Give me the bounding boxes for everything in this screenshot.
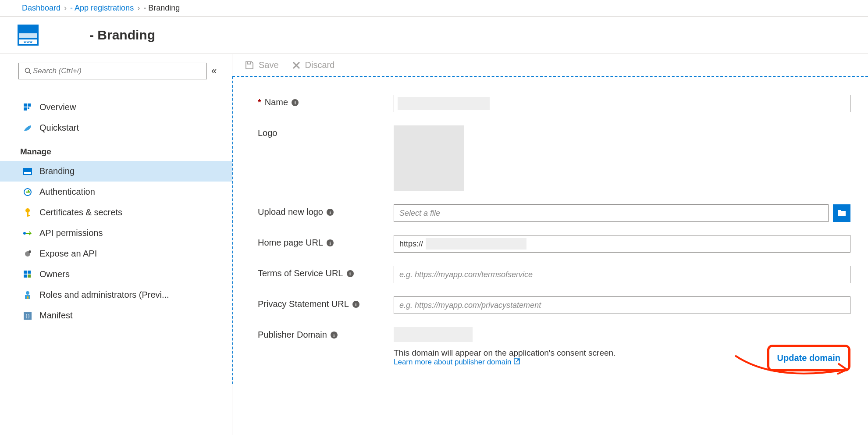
sidebar-item-label: Authentication: [39, 187, 95, 197]
svg-rect-11: [27, 215, 30, 216]
svg-rect-28: [838, 210, 841, 212]
discard-icon: [292, 61, 301, 70]
name-label: * Name i: [258, 95, 394, 107]
roles-icon: [23, 290, 32, 300]
save-button[interactable]: Save: [245, 60, 279, 70]
sidebar-item-overview[interactable]: Overview: [18, 97, 232, 118]
sidebar-item-manifest[interactable]: {} Manifest: [18, 305, 232, 326]
breadcrumb-current: - Branding: [143, 4, 180, 13]
rocket-icon: [23, 123, 32, 133]
tos-input[interactable]: [394, 266, 850, 283]
manifest-icon: {}: [23, 311, 32, 321]
svg-rect-24: [247, 62, 251, 64]
owners-icon: [23, 270, 32, 279]
save-label: Save: [259, 60, 279, 70]
svg-text:{}: {}: [25, 314, 30, 318]
browse-file-button[interactable]: [833, 204, 850, 222]
logo-label: Logo: [258, 125, 394, 138]
svg-point-9: [25, 208, 30, 213]
www-icon: [23, 167, 32, 176]
expose-api-icon: [23, 249, 32, 259]
collapse-sidebar-icon[interactable]: «: [211, 65, 217, 77]
info-icon[interactable]: i: [327, 209, 334, 216]
tos-label: Terms of Service URL i: [258, 266, 394, 278]
info-icon[interactable]: i: [327, 239, 334, 246]
svg-line-1: [29, 72, 32, 75]
homepage-label: Home page URL i: [258, 235, 394, 248]
toolbar: Save Discard: [232, 54, 868, 76]
sidebar-item-label: Quickstart: [39, 123, 79, 133]
svg-rect-10: [27, 212, 28, 217]
chevron-right-icon: ›: [137, 4, 140, 13]
svg-rect-17: [24, 275, 27, 278]
sidebar-item-label: Overview: [39, 102, 76, 112]
folder-icon: [837, 210, 846, 217]
sidebar-item-label: Manifest: [39, 310, 73, 321]
svg-rect-4: [24, 107, 27, 111]
learn-more-link[interactable]: Learn more about publisher domain: [394, 358, 520, 367]
sidebar-item-label: Expose an API: [39, 249, 97, 259]
page-title: - Branding: [46, 28, 155, 43]
svg-rect-16: [28, 271, 31, 274]
api-permissions-icon: [23, 228, 32, 238]
svg-point-12: [23, 232, 26, 235]
sidebar-search[interactable]: [18, 63, 207, 79]
svg-point-14: [28, 250, 31, 253]
svg-rect-7: [24, 172, 31, 174]
discard-button[interactable]: Discard: [292, 60, 335, 70]
auth-icon: [23, 187, 32, 197]
upload-file-input[interactable]: [394, 204, 829, 222]
svg-rect-15: [24, 271, 27, 274]
svg-rect-3: [28, 103, 31, 107]
sidebar-item-label: Owners: [39, 269, 70, 279]
www-app-icon: WWW: [18, 25, 39, 46]
search-input[interactable]: [33, 67, 202, 75]
info-icon[interactable]: i: [292, 99, 299, 106]
svg-point-19: [26, 291, 29, 295]
sidebar-item-label: API permissions: [39, 228, 103, 238]
breadcrumb: Dashboard › - App registrations › - Bran…: [0, 0, 868, 17]
chevron-right-icon: ›: [64, 4, 67, 13]
upload-logo-label: Upload new logo i: [258, 204, 394, 217]
title-row: WWW - Branding: [0, 17, 868, 54]
sidebar-item-roles[interactable]: Roles and administrators (Previ...: [18, 285, 232, 305]
privacy-input[interactable]: [394, 296, 850, 314]
info-icon[interactable]: i: [352, 301, 359, 308]
svg-rect-18: [28, 275, 31, 278]
logo-preview: [394, 125, 464, 191]
sidebar-item-label: Certificates & secrets: [39, 207, 122, 218]
svg-rect-21: [27, 296, 28, 299]
sidebar-item-branding[interactable]: Branding: [0, 161, 232, 182]
breadcrumb-app-registrations[interactable]: - App registrations: [70, 4, 134, 13]
breadcrumb-dashboard[interactable]: Dashboard: [22, 4, 60, 13]
grid-icon: [23, 103, 32, 112]
info-icon[interactable]: i: [347, 270, 354, 277]
homepage-input[interactable]: https://: [394, 235, 850, 253]
form-panel: * Name i Logo: [232, 76, 868, 384]
discard-label: Discard: [305, 60, 335, 70]
sidebar-item-quickstart[interactable]: Quickstart: [18, 118, 232, 138]
sidebar-item-certificates[interactable]: Certificates & secrets: [18, 202, 232, 223]
sidebar-item-authentication[interactable]: Authentication: [18, 182, 232, 202]
update-domain-button[interactable]: Update domain: [769, 347, 848, 369]
svg-point-0: [25, 68, 30, 73]
sidebar-item-owners[interactable]: Owners: [18, 264, 232, 285]
privacy-label: Privacy Statement URL i: [258, 296, 394, 309]
key-icon: [23, 208, 32, 218]
info-icon[interactable]: i: [331, 332, 338, 339]
sidebar-section-manage: Manage: [18, 138, 232, 161]
sidebar-item-api-permissions[interactable]: API permissions: [18, 223, 232, 243]
search-icon: [23, 66, 33, 76]
update-domain-highlight: Update domain: [767, 345, 850, 371]
sidebar-item-expose-api[interactable]: Expose an API: [18, 243, 232, 264]
external-link-icon: [514, 358, 520, 367]
content-area: Save Discard * Name i: [232, 54, 868, 435]
name-input[interactable]: [394, 95, 850, 112]
svg-rect-2: [24, 103, 27, 107]
publisher-domain-label: Publisher Domain i: [258, 327, 394, 340]
save-icon: [245, 61, 254, 70]
sidebar: « Overview Quickstart Manage Brandi: [0, 54, 232, 435]
publisher-domain-value: [394, 327, 473, 342]
sidebar-item-label: Branding: [39, 166, 75, 176]
svg-rect-5: [28, 107, 29, 109]
